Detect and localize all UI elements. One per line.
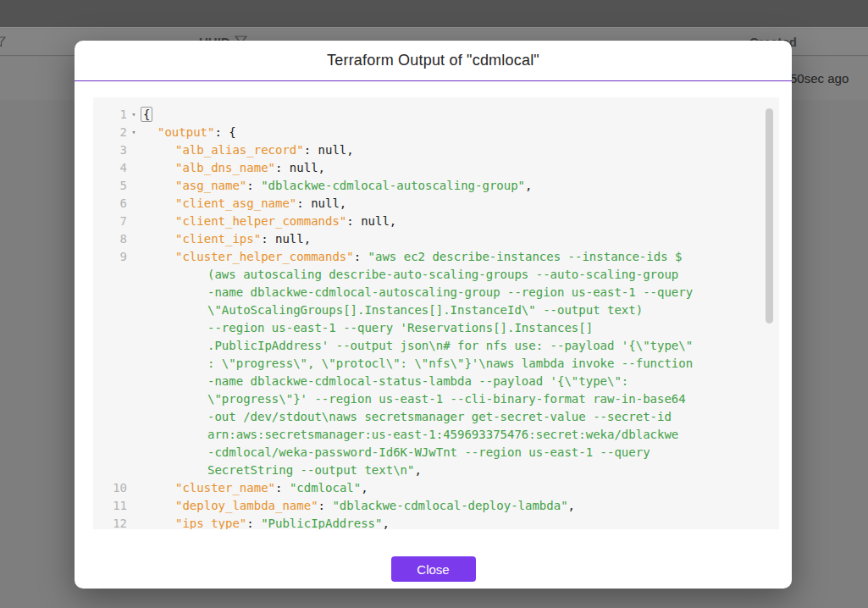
code-text: "alb_dns_name": null, [141,159,779,177]
code-text: .PublicIpAddress' --output json\n# for n… [141,337,779,355]
code-text: "cluster_name": "cdmlocal", [141,479,779,497]
code-panel: 1▾{2▾"output": {3"alb_alias_record": nul… [93,97,779,529]
filter-icon [0,36,6,50]
code-line: 6"client_asg_name": null, [93,195,779,213]
code-text: "deploy_lambda_name": "dblackwe-cdmlocal… [141,497,779,515]
fold-caret-slot [127,462,141,479]
line-number: 9 [93,248,127,266]
fold-caret-slot [127,213,141,230]
line-number [93,444,127,462]
code-text: "asg_name": "dblackwe-cdmlocal-autoscali… [141,177,779,195]
fold-caret-slot [127,426,141,444]
fold-caret-slot [127,373,141,390]
line-number: 5 [93,177,127,195]
line-number [93,373,127,390]
line-number: 4 [93,159,127,177]
code-line: \"progress\"}' --region us-east-1 --cli-… [93,390,779,408]
code-line: 10"cluster_name": "cdmlocal", [93,479,779,497]
line-number: 1 [93,106,127,124]
fold-caret-slot [127,141,141,159]
modal-title: Terraform Output of "cdmlocal" [327,52,539,69]
code-text: "client_ips": null, [141,230,779,248]
line-number: 2 [93,124,127,141]
code-line: 8"client_ips": null, [93,230,779,248]
code-line: 2▾"output": { [93,124,779,141]
line-number: 12 [93,515,127,529]
vertical-scrollbar[interactable] [766,108,773,323]
fold-caret-slot [127,444,141,462]
code-line: SecretString --output text\n", [93,462,779,479]
close-button[interactable]: Close [391,556,476,582]
line-number: 6 [93,195,127,213]
top-navigation-bar [0,0,868,28]
fold-caret-slot [127,390,141,408]
code-line: 1▾{ [93,106,779,124]
code-line: --region us-east-1 --query 'Reservations… [93,319,779,337]
fold-caret-slot [127,284,141,301]
fold-caret-slot [127,479,141,497]
code-line: 5"asg_name": "dblackwe-cdmlocal-autoscal… [93,177,779,195]
code-line: 3"alb_alias_record": null, [93,141,779,159]
code-line: 4"alb_dns_name": null, [93,159,779,177]
code-text: SecretString --output text\n", [141,462,779,479]
fold-caret-slot [127,230,141,248]
code-text: "client_helper_commands": null, [141,213,779,230]
terraform-output-modal: Terraform Output of "cdmlocal" 1▾{2▾"out… [75,41,792,589]
code-line: .PublicIpAddress' --output json\n# for n… [93,337,779,355]
code-line: 11"deploy_lambda_name": "dblackwe-cdmloc… [93,497,779,515]
code-text: arn:aws:secretsmanager:us-east-1:4596933… [141,426,779,444]
created-value: 50sec ago [790,71,849,86]
line-number [93,284,127,301]
code-text: "ips_type": "PublicIpAddress", [141,515,779,529]
fold-caret-slot [127,159,141,177]
code-line: : \"progress\", \"protocl\": \"nfs\"}'\n… [93,355,779,373]
line-number [93,426,127,444]
code-line: -name dblackwe-cdmlocal-autoscaling-grou… [93,284,779,301]
code-text: { [141,106,779,124]
code-text: : \"progress\", \"protocl\": \"nfs\"}'\n… [141,355,779,373]
fold-caret-slot [127,337,141,355]
fold-caret-slot [127,266,141,284]
code-text: "alb_alias_record": null, [141,141,779,159]
fold-caret-slot [127,515,141,529]
code-text: "cluster_helper_commands": "aws ec2 desc… [141,248,779,266]
code-text: -out /dev/stdout\naws secretsmanager get… [141,408,779,426]
line-number [93,390,127,408]
fold-caret-icon[interactable]: ▾ [127,106,141,124]
code-text: "client_asg_name": null, [141,195,779,213]
fold-caret-slot [127,301,141,319]
code-text: -cdmlocal/weka-password-Id6K-WJwTnt --re… [141,444,779,462]
code-text: -name dblackwe-cdmlocal-autoscaling-grou… [141,284,779,301]
code-line: (aws autoscaling describe-auto-scaling-g… [93,266,779,284]
code-line: -out /dev/stdout\naws secretsmanager get… [93,408,779,426]
fold-caret-icon[interactable]: ▾ [127,124,141,141]
fold-caret-slot [127,195,141,213]
code-text: "output": { [141,124,779,141]
code-text: --region us-east-1 --query 'Reservations… [141,319,779,337]
modal-header: Terraform Output of "cdmlocal" [75,41,792,81]
code-text: -name dblackwe-cdmlocal-status-lambda --… [141,373,779,390]
fold-caret-slot [127,319,141,337]
line-number [93,355,127,373]
code-line: -cdmlocal/weka-password-Id6K-WJwTnt --re… [93,444,779,462]
line-number: 8 [93,230,127,248]
code-editor: 1▾{2▾"output": {3"alb_alias_record": nul… [93,97,779,529]
fold-caret-slot [127,408,141,426]
code-line: \"AutoScalingGroups[].Instances[].Instan… [93,301,779,319]
code-line: 7"client_helper_commands": null, [93,213,779,230]
line-number: 3 [93,141,127,159]
fold-caret-slot [127,355,141,373]
line-number [93,319,127,337]
line-number [93,266,127,284]
fold-caret-slot [127,497,141,515]
line-number: 10 [93,479,127,497]
line-number [93,301,127,319]
code-line: 12"ips_type": "PublicIpAddress", [93,515,779,529]
code-line: -name dblackwe-cdmlocal-status-lambda --… [93,373,779,390]
code-line: arn:aws:secretsmanager:us-east-1:4596933… [93,426,779,444]
line-number [93,408,127,426]
line-number [93,337,127,355]
fold-caret-slot [127,248,141,266]
line-number: 7 [93,213,127,230]
code-text: (aws autoscaling describe-auto-scaling-g… [141,266,779,284]
